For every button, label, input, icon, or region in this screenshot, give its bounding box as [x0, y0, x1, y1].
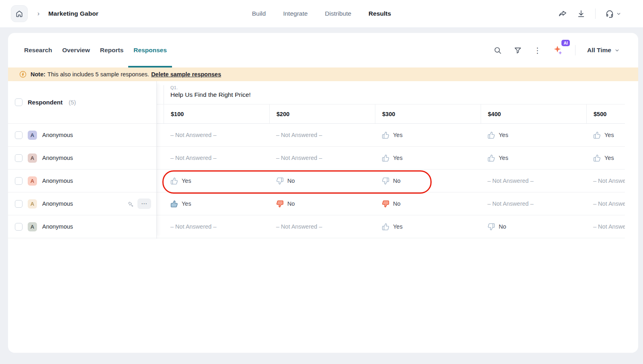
- respondent-header: Respondent (5): [8, 81, 156, 124]
- results-toolbar: Research Overview Reports Responses ⋮ AI: [8, 33, 638, 67]
- thumbs-down-icon: [276, 177, 284, 185]
- not-answered-text: – Not Answered –: [487, 200, 533, 207]
- answer-cell: No: [269, 170, 375, 192]
- answer-yes-label: Yes: [393, 155, 403, 161]
- results-card: Research Overview Reports Responses ⋮ AI: [8, 33, 638, 353]
- answer-yes-label: Yes: [604, 155, 614, 161]
- nav-divider: [595, 8, 596, 19]
- answer-cell: No: [375, 170, 481, 192]
- delete-sample-responses-link[interactable]: Delete sample responses: [151, 71, 221, 78]
- headset-icon: [605, 9, 614, 18]
- answer-cell: – Not Answered –: [586, 215, 625, 238]
- tab-build[interactable]: Build: [252, 10, 266, 17]
- thumbs-up-icon: [170, 177, 178, 185]
- download-icon[interactable]: [577, 9, 586, 18]
- thumbs-down-icon: [382, 200, 389, 208]
- home-icon: [15, 10, 23, 18]
- respondent-row[interactable]: A Anonymous: [8, 215, 156, 238]
- answer-cell: No: [481, 215, 586, 238]
- thumbs-up-icon: [382, 131, 389, 139]
- answer-no-label: No: [393, 200, 401, 207]
- answer-cell: – Not Answered –: [269, 215, 375, 238]
- date-range-dropdown[interactable]: All Time: [587, 47, 620, 54]
- tab-results[interactable]: Results: [369, 10, 391, 17]
- respondent-count: (5): [69, 99, 76, 106]
- tab-distribute[interactable]: Distribute: [325, 10, 351, 17]
- not-answered-text: – Not Answered –: [487, 178, 533, 184]
- avatar: A: [28, 153, 37, 163]
- filter-funnel-icon[interactable]: [514, 46, 522, 55]
- respondent-name: Anonymous: [42, 178, 73, 184]
- row-checkbox[interactable]: [15, 154, 23, 162]
- respondent-row[interactable]: A Anonymous ⋯: [8, 192, 156, 215]
- answer-cell: – Not Answered –: [481, 192, 586, 215]
- answer-yes-label: Yes: [182, 178, 191, 184]
- respondent-name: Anonymous: [42, 132, 73, 138]
- row-checkbox[interactable]: [15, 200, 23, 208]
- thumbs-up-icon: [487, 154, 495, 162]
- respondent-row[interactable]: A Anonymous: [8, 124, 156, 147]
- answer-yes-label: Yes: [499, 155, 508, 161]
- top-navbar: › Marketing Gabor Build Integrate Distri…: [0, 0, 643, 27]
- sparkle-icon: [553, 45, 563, 55]
- answer-cell: Yes: [164, 192, 269, 215]
- answer-row: – Not Answered –– Not Answered – Yes Yes…: [157, 147, 625, 170]
- sample-responses-notice: Note: This also includes 5 sample respon…: [8, 67, 638, 81]
- not-answered-text: – Not Answered –: [593, 200, 625, 207]
- not-answered-text: – Not Answered –: [276, 132, 322, 138]
- tab-research[interactable]: Research: [24, 33, 52, 67]
- answer-no-label: No: [287, 178, 295, 184]
- pin-plus-icon[interactable]: [126, 200, 134, 208]
- select-all-checkbox[interactable]: [15, 98, 23, 106]
- toolbar-divider: [575, 45, 575, 55]
- avatar: A: [28, 222, 37, 231]
- breadcrumb-separator: ›: [37, 10, 39, 17]
- not-answered-text: – Not Answered –: [593, 178, 625, 184]
- answer-cell: – Not Answered –: [586, 192, 625, 215]
- tab-reports[interactable]: Reports: [100, 33, 124, 67]
- answer-yes-label: Yes: [393, 132, 403, 138]
- ai-badge: AI: [561, 40, 570, 46]
- respondent-name: Anonymous: [42, 155, 73, 161]
- respondent-row[interactable]: A Anonymous: [8, 147, 156, 170]
- toolbar-actions: ⋮ AI All Time: [494, 45, 638, 55]
- ai-assistant-button[interactable]: AI: [553, 45, 563, 55]
- thumbs-up-icon: [382, 223, 389, 231]
- question-code: Q1.: [170, 85, 625, 90]
- search-icon[interactable]: [494, 46, 502, 55]
- answer-row: Yes No No– Not Answered –– Not Answered …: [157, 192, 625, 215]
- main-nav-tabs: Build Integrate Distribute Results: [252, 0, 391, 27]
- row-checkbox[interactable]: [15, 177, 23, 185]
- answer-row: Yes No No– Not Answered –– Not Answered …: [157, 170, 625, 192]
- column-header-500[interactable]: $500: [586, 104, 625, 123]
- answer-yes-label: Yes: [182, 200, 191, 207]
- respondent-row[interactable]: A Anonymous: [8, 170, 156, 192]
- answer-yes-label: Yes: [604, 132, 614, 138]
- answer-cell: – Not Answered –: [481, 170, 586, 192]
- answer-cell: – Not Answered –: [164, 124, 269, 146]
- row-checkbox[interactable]: [15, 223, 23, 231]
- answer-cell: Yes: [375, 147, 481, 169]
- share-icon[interactable]: [558, 9, 567, 18]
- tab-overview[interactable]: Overview: [62, 33, 90, 67]
- support-menu[interactable]: [605, 9, 621, 18]
- respondent-name: Anonymous: [42, 200, 73, 207]
- row-more-button[interactable]: ⋯: [137, 198, 151, 209]
- column-header-200[interactable]: $200: [269, 104, 375, 123]
- answer-cell: Yes: [586, 147, 625, 169]
- column-header-300[interactable]: $300: [375, 104, 481, 123]
- home-button[interactable]: [11, 5, 28, 22]
- column-header-400[interactable]: $400: [481, 104, 586, 123]
- answer-cell: No: [375, 192, 481, 215]
- chevron-down-icon: [614, 48, 620, 53]
- tab-integrate[interactable]: Integrate: [283, 10, 307, 17]
- answer-yes-label: Yes: [499, 132, 508, 138]
- nav-actions: [558, 0, 643, 27]
- tab-responses[interactable]: Responses: [133, 33, 167, 67]
- row-checkbox[interactable]: [15, 131, 23, 139]
- date-range-label: All Time: [587, 47, 611, 54]
- not-answered-text: – Not Answered –: [170, 132, 216, 138]
- kebab-menu-icon[interactable]: ⋮: [534, 47, 541, 54]
- column-header-100[interactable]: $100: [164, 104, 269, 123]
- thumbs-down-icon: [382, 177, 389, 185]
